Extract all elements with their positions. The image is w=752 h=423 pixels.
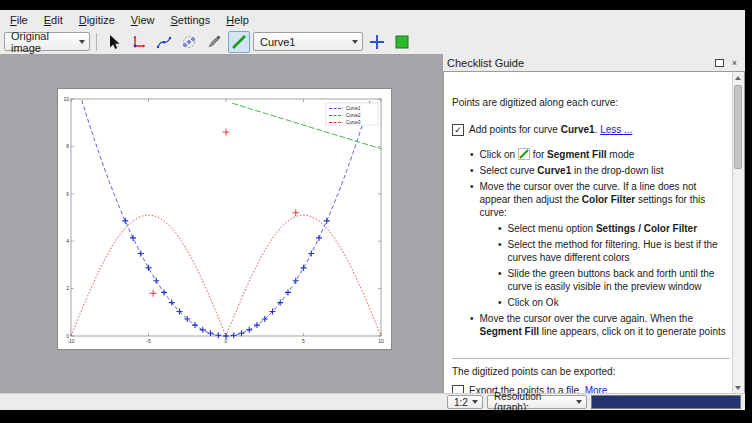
point-match-tool-button[interactable]: [178, 31, 200, 53]
bullet-filter-method: • Select the method for filtering. Hue i…: [498, 238, 727, 264]
scrollbar-thumb[interactable]: [734, 85, 742, 169]
curve-combo[interactable]: Curve1: [253, 32, 363, 51]
export-section: The digitized points can be exported: Ex…: [452, 358, 730, 394]
status-bar: 1:2 Resolution (graph):: [0, 393, 745, 410]
menu-view[interactable]: View: [123, 12, 163, 28]
green-square-icon: [394, 34, 410, 50]
svg-text:Curve1: Curve1: [346, 106, 361, 111]
fill-color-button[interactable]: [391, 31, 413, 53]
bullet-move-cursor: • Move the cursor over the curve. If a l…: [470, 180, 727, 219]
curve-point-icon: [156, 34, 172, 50]
coordinates-field[interactable]: [591, 395, 741, 409]
graph-canvas[interactable]: -10-505100246810Curve1Curve2Curve3: [57, 88, 392, 350]
svg-text:Curve3: Curve3: [346, 120, 361, 125]
menu-edit[interactable]: Edit: [36, 12, 71, 28]
add-points-label: Add points for curve Curve1. Less ...: [469, 123, 632, 136]
svg-text:Curve2: Curve2: [346, 113, 361, 118]
resolution-combo[interactable]: Resolution (graph):: [487, 395, 587, 409]
vertical-scrollbar[interactable]: [732, 72, 744, 393]
svg-text:10: 10: [378, 338, 384, 344]
menu-settings[interactable]: Settings: [162, 12, 218, 28]
bullet-icon: •: [470, 164, 474, 177]
checklist-content: Points are digitized along each curve: ✓…: [443, 71, 745, 394]
menu-bar: File Edit Digitize View Settings Help: [0, 10, 745, 29]
chevron-down-icon: [472, 400, 478, 404]
select-tool-button[interactable]: [103, 31, 125, 53]
zoom-value: 1:2: [454, 397, 468, 408]
check-icon: ✓: [454, 126, 462, 135]
cursor-arrow-icon: [106, 34, 122, 50]
bullet-select-curve: • Select curve Curve1 in the drop-down l…: [470, 164, 727, 177]
export-intro: The digitized points can be exported:: [452, 365, 730, 378]
close-button[interactable]: ×: [728, 56, 741, 69]
svg-text:8: 8: [66, 143, 69, 149]
chevron-down-icon: [79, 40, 85, 44]
scroll-down-button[interactable]: [733, 382, 743, 393]
bullet-icon: •: [470, 312, 474, 338]
add-points-item: ✓ Add points for curve Curve1. Less ...: [452, 123, 727, 136]
bullet-menu-option: • Select menu option Settings / Color Fi…: [498, 222, 727, 235]
chevron-down-icon: [576, 400, 582, 404]
zoom-combo[interactable]: 1:2: [447, 395, 483, 409]
background-combo[interactable]: Original image: [4, 32, 90, 51]
workspace: -10-505100246810Curve1Curve2Curve3 Check…: [0, 54, 745, 394]
curve-point-tool-button[interactable]: [153, 31, 175, 53]
bullet-icon: •: [498, 267, 502, 293]
triangle-up-icon: [735, 76, 741, 80]
bullet-click-ok: • Click on Ok: [498, 296, 727, 309]
less-link[interactable]: Less ...: [600, 124, 632, 135]
bullet-slide-buttons: • Slide the green buttons back and forth…: [498, 267, 727, 293]
point-match-icon: [181, 34, 197, 50]
triangle-down-icon: [735, 386, 741, 390]
chevron-down-icon: [352, 40, 358, 44]
divider: [452, 358, 730, 359]
svg-text:2: 2: [66, 285, 69, 291]
svg-text:6: 6: [66, 191, 69, 197]
svg-text:-5: -5: [146, 338, 151, 344]
blue-cross-icon: [369, 34, 385, 50]
color-picker-tool-button[interactable]: [203, 31, 225, 53]
checklist-intro: Points are digitized along each curve:: [452, 96, 727, 109]
bullet-icon: •: [498, 296, 502, 309]
bullet-move-cursor-again: • Move the cursor over the curve again. …: [470, 312, 727, 338]
graph-image[interactable]: -10-505100246810Curve1Curve2Curve3: [58, 89, 391, 349]
float-icon: [715, 59, 724, 67]
bullet-icon: •: [498, 222, 502, 235]
add-points-checkbox[interactable]: ✓: [452, 124, 464, 136]
svg-text:0: 0: [66, 333, 69, 339]
menu-digitize[interactable]: Digitize: [71, 12, 123, 28]
menu-file[interactable]: File: [2, 12, 36, 28]
menu-help[interactable]: Help: [218, 12, 257, 28]
dock-title: Checklist Guide: [447, 57, 711, 69]
axis-point-icon: [131, 34, 147, 50]
resolution-label: Resolution (graph):: [494, 391, 570, 413]
checklist-scroll-area: Points are digitized along each curve: ✓…: [444, 72, 733, 393]
background-combo-value: Original image: [11, 30, 73, 54]
toolbar-separator: [96, 33, 97, 51]
segment-fill-inline-icon: [518, 148, 530, 160]
float-button[interactable]: [713, 56, 726, 69]
toolbar: Original image: [0, 29, 745, 55]
svg-text:-10: -10: [67, 338, 74, 344]
close-icon: ×: [732, 58, 737, 68]
engauge-digitizer-window: File Edit Digitize View Settings Help Or…: [0, 10, 745, 410]
segment-fill-icon: [231, 34, 247, 50]
dock-titlebar: Checklist Guide ×: [443, 54, 745, 71]
bullet-icon: •: [498, 238, 502, 264]
segment-fill-tool-button[interactable]: [228, 31, 250, 53]
eyedropper-icon: [206, 34, 222, 50]
points-highlight-button[interactable]: [366, 31, 388, 53]
axis-point-tool-button[interactable]: [128, 31, 150, 53]
bullet-segment-fill-mode: • Click on for Segment Fill mode: [470, 148, 727, 161]
bullet-icon: •: [470, 148, 474, 161]
checklist-dock: Checklist Guide × Points are digitized a…: [443, 54, 745, 394]
curve-combo-value: Curve1: [260, 36, 295, 48]
svg-text:10: 10: [63, 96, 69, 102]
svg-text:5: 5: [302, 338, 305, 344]
scroll-up-button[interactable]: [733, 72, 743, 83]
bullet-icon: •: [470, 180, 474, 219]
svg-text:4: 4: [66, 238, 69, 244]
